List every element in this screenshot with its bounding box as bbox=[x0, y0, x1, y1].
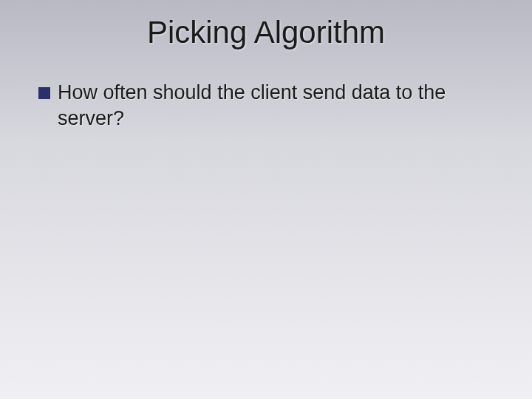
slide: Picking Algorithm How often should the c… bbox=[0, 0, 532, 399]
slide-title: Picking Algorithm bbox=[0, 15, 532, 50]
square-bullet-icon bbox=[38, 87, 50, 99]
bullet-text: How often should the client send data to… bbox=[58, 80, 502, 131]
slide-body: How often should the client send data to… bbox=[38, 80, 502, 131]
bullet-item: How often should the client send data to… bbox=[38, 80, 502, 131]
